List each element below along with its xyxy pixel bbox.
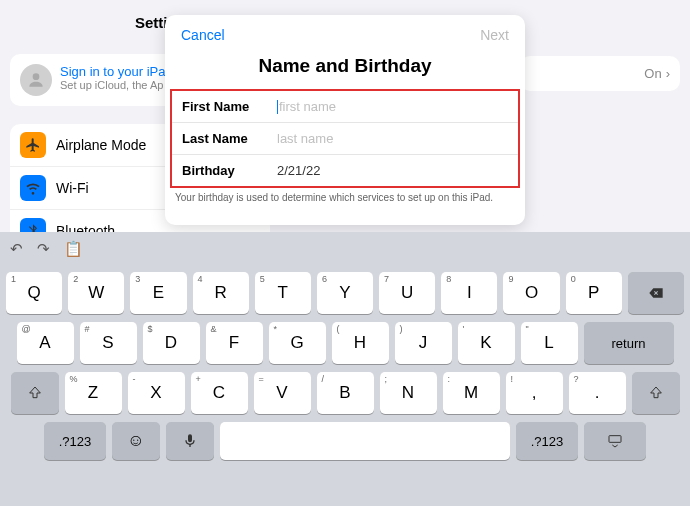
wifi-icon bbox=[20, 175, 46, 201]
key-z[interactable]: %Z bbox=[65, 372, 122, 414]
birthday-value[interactable]: 2/21/22 bbox=[277, 163, 320, 178]
airplane-label: Airplane Mode bbox=[56, 137, 146, 153]
key-y[interactable]: 6Y bbox=[317, 272, 373, 314]
symbols-key-left[interactable]: .?123 bbox=[44, 422, 106, 460]
key-w[interactable]: 2W bbox=[68, 272, 124, 314]
wifi-label: Wi-Fi bbox=[56, 180, 89, 196]
avatar-icon bbox=[20, 64, 52, 96]
key-b[interactable]: /B bbox=[317, 372, 374, 414]
key-x[interactable]: -X bbox=[128, 372, 185, 414]
key-l[interactable]: "L bbox=[521, 322, 578, 364]
return-key[interactable]: return bbox=[584, 322, 674, 364]
svg-point-0 bbox=[33, 73, 40, 80]
key-f[interactable]: &F bbox=[206, 322, 263, 364]
key-u[interactable]: 7U bbox=[379, 272, 435, 314]
on-indicator: On › bbox=[530, 66, 670, 81]
hide-keyboard-key[interactable] bbox=[584, 422, 646, 460]
key-g[interactable]: *G bbox=[269, 322, 326, 364]
name-birthday-modal: Cancel Next Name and Birthday First Name… bbox=[165, 15, 525, 225]
key-e[interactable]: 3E bbox=[130, 272, 186, 314]
key-k[interactable]: 'K bbox=[458, 322, 515, 364]
key-a[interactable]: @A bbox=[17, 322, 74, 364]
modal-title: Name and Birthday bbox=[165, 55, 525, 89]
first-name-label: First Name bbox=[182, 99, 277, 114]
space-key[interactable] bbox=[220, 422, 510, 460]
key-,[interactable]: !, bbox=[506, 372, 563, 414]
signin-link: Sign in to your iPa bbox=[60, 64, 166, 79]
key-.[interactable]: ?. bbox=[569, 372, 626, 414]
airplane-icon bbox=[20, 132, 46, 158]
key-q[interactable]: 1Q bbox=[6, 272, 62, 314]
cancel-button[interactable]: Cancel bbox=[181, 27, 225, 43]
undo-icon[interactable]: ↶ bbox=[10, 240, 23, 258]
key-i[interactable]: 8I bbox=[441, 272, 497, 314]
shift-key-left[interactable] bbox=[11, 372, 59, 414]
key-p[interactable]: 0P bbox=[566, 272, 622, 314]
shift-key-right[interactable] bbox=[632, 372, 680, 414]
last-name-label: Last Name bbox=[182, 131, 277, 146]
backspace-key[interactable] bbox=[628, 272, 684, 314]
emoji-key[interactable]: ☺ bbox=[112, 422, 160, 460]
key-h[interactable]: (H bbox=[332, 322, 389, 364]
text-cursor bbox=[277, 100, 278, 114]
key-n[interactable]: ;N bbox=[380, 372, 437, 414]
birthday-label: Birthday bbox=[182, 163, 277, 178]
last-name-input[interactable] bbox=[277, 131, 508, 146]
signin-sub: Set up iCloud, the Ap bbox=[60, 79, 166, 91]
key-d[interactable]: $D bbox=[143, 322, 200, 364]
redo-icon[interactable]: ↷ bbox=[37, 240, 50, 258]
key-s[interactable]: #S bbox=[80, 322, 137, 364]
mic-key[interactable] bbox=[166, 422, 214, 460]
first-name-input[interactable] bbox=[279, 99, 508, 114]
chevron-right-icon: › bbox=[666, 66, 670, 81]
next-button[interactable]: Next bbox=[480, 27, 509, 43]
key-r[interactable]: 4R bbox=[193, 272, 249, 314]
key-t[interactable]: 5T bbox=[255, 272, 311, 314]
keyboard: ↶ ↷ 📋 1Q2W3E4R5T6Y7U8I9O0P @A#S$D&F*G(H)… bbox=[0, 232, 690, 506]
key-m[interactable]: :M bbox=[443, 372, 500, 414]
clipboard-icon[interactable]: 📋 bbox=[64, 240, 83, 258]
symbols-key-right[interactable]: .?123 bbox=[516, 422, 578, 460]
birthday-note: Your birthday is used to determine which… bbox=[165, 188, 525, 207]
key-v[interactable]: =V bbox=[254, 372, 311, 414]
key-c[interactable]: +C bbox=[191, 372, 248, 414]
svg-rect-1 bbox=[609, 436, 621, 443]
key-o[interactable]: 9O bbox=[503, 272, 559, 314]
key-j[interactable]: )J bbox=[395, 322, 452, 364]
